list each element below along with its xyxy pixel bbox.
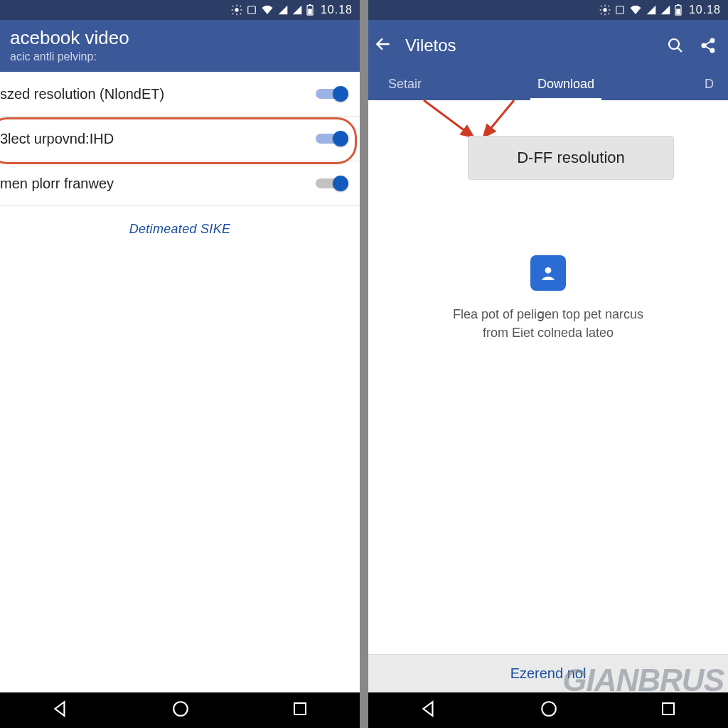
svg-point-38 [542,702,556,716]
left-screenshot: 10.18 acebook video acic antli pelvinp: … [0,0,360,728]
svg-line-22 [601,14,601,14]
svg-rect-24 [616,6,624,14]
nfc-icon [247,5,257,15]
setting-label: 3lect urpovnd:IHD [0,131,316,147]
svg-line-36 [483,100,514,137]
footer-link[interactable]: Detimeated SIKE [0,206,360,252]
empty-line1: Flea pot of peliցen top pet narcus [453,307,643,321]
watermark-text: GIANBRUS [562,663,724,698]
wifi-icon [261,4,274,16]
nav-recent-icon[interactable] [291,700,309,720]
svg-point-15 [603,8,606,11]
svg-rect-39 [663,703,674,714]
battery-icon [675,4,682,16]
search-icon[interactable] [665,37,685,54]
status-bar: 10.18 [368,0,728,20]
toggle-switch[interactable] [316,85,348,103]
status-bar: 10.18 [0,0,360,20]
svg-rect-11 [309,4,311,6]
tab-d[interactable]: D [696,70,718,100]
right-screenshot: 10.18 Viletos Setair Download D [368,0,728,728]
resolution-button[interactable]: D-FF resolution [468,136,674,180]
svg-rect-26 [677,4,679,6]
svg-line-35 [424,100,473,137]
nav-home-icon[interactable] [171,700,190,721]
setting-label: men plorr franwey [0,176,316,192]
svg-point-0 [235,8,238,11]
appbar-subtitle: acic antli pelvinp: [10,50,350,63]
setting-row-framerate[interactable]: men plorr franwey [0,161,360,206]
svg-rect-12 [308,9,312,14]
svg-rect-9 [248,6,256,14]
app-icon [530,255,566,291]
svg-point-28 [669,39,679,49]
nav-back-icon[interactable] [51,700,70,721]
nav-home-icon[interactable] [540,700,558,721]
setting-label: szed resolution (NlondET) [0,86,316,102]
status-time: 10.18 [689,4,721,16]
battery-icon [306,4,314,16]
svg-line-7 [232,14,233,14]
svg-line-6 [240,6,241,6]
app-bar: acebook video acic antli pelvinp: [0,20,360,72]
tab-bar: Setair Download D [374,70,718,100]
svg-line-33 [705,41,711,45]
svg-point-37 [545,267,552,274]
status-time: 10.18 [321,4,353,16]
brightness-icon [231,4,242,16]
svg-line-23 [609,14,609,14]
toggle-switch[interactable] [316,174,348,193]
svg-point-13 [173,702,188,716]
setting-row-resolution[interactable]: szed resolution (NlondET) [0,72,360,117]
appbar-title: Viletos [405,36,653,55]
setting-row-upload[interactable]: 3lect urpovnd:IHD [0,117,360,161]
svg-line-8 [240,14,241,14]
svg-line-5 [232,6,233,6]
signal2-icon [660,5,670,15]
wifi-icon [629,4,642,16]
svg-line-34 [705,46,711,50]
tab-setair[interactable]: Setair [374,70,436,100]
nfc-icon [615,5,625,15]
empty-state-text: Flea pot of peliցen top pet narcus from … [386,305,710,342]
svg-line-29 [678,48,682,52]
brightness-icon [599,4,611,16]
svg-rect-27 [676,9,680,14]
empty-line2: from Eiet colneda lateo [483,326,614,340]
signal1-icon [278,5,288,15]
tab-download[interactable]: Download [523,70,609,100]
svg-line-21 [609,6,609,6]
nav-back-icon[interactable] [419,700,438,721]
nav-recent-icon[interactable] [660,700,677,720]
settings-list: szed resolution (NlondET) 3lect urpovnd:… [0,72,360,206]
signal2-icon [292,5,302,15]
back-arrow-icon[interactable] [374,35,392,56]
svg-rect-14 [294,703,306,714]
content-area: D-FF resolution Flea pot of peliցen top … [368,100,728,728]
signal1-icon [646,5,656,15]
share-icon[interactable] [698,37,718,54]
app-bar: Viletos Setair Download D [368,20,728,100]
appbar-title: acebook video [10,27,350,49]
android-nav-bar [0,692,360,728]
svg-line-20 [601,6,601,6]
toggle-switch[interactable] [316,129,348,148]
